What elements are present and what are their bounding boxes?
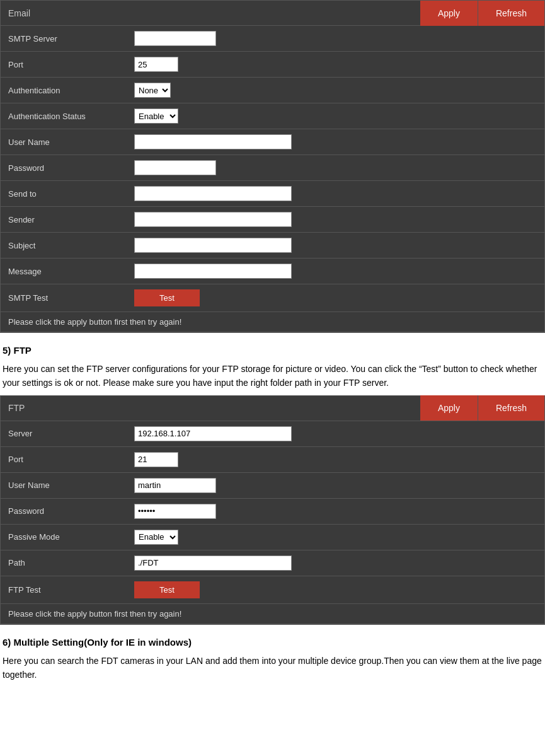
email-username-label: User Name bbox=[1, 129, 127, 155]
smtp-server-input[interactable] bbox=[134, 31, 216, 46]
table-row: User Name bbox=[1, 129, 544, 155]
ftp-test-label: FTP Test bbox=[1, 576, 127, 603]
table-row: Path bbox=[1, 550, 544, 576]
ftp-password-input[interactable] bbox=[134, 504, 216, 519]
table-row: SMTP Server bbox=[1, 26, 544, 52]
email-hint-text: Please click the apply button first then… bbox=[1, 312, 544, 332]
table-row: Passive Mode Enable Disable bbox=[1, 524, 544, 550]
port-label: Port bbox=[1, 52, 127, 78]
ftp-form-table: Server Port User Name Password bbox=[1, 421, 544, 624]
table-row: Password bbox=[1, 498, 544, 524]
authentication-select-group: None bbox=[134, 83, 537, 98]
message-label: Message bbox=[1, 259, 127, 284]
sender-input[interactable] bbox=[134, 212, 292, 227]
table-row: Port bbox=[1, 446, 544, 472]
subject-label: Subject bbox=[1, 233, 127, 259]
email-apply-button[interactable]: Apply bbox=[420, 1, 478, 26]
table-row: Server bbox=[1, 421, 544, 447]
table-row: Message bbox=[1, 259, 544, 284]
ftp-panel-title: FTP bbox=[1, 403, 420, 413]
send-to-label: Send to bbox=[1, 181, 127, 207]
ftp-port-label: Port bbox=[1, 446, 127, 472]
ftp-hint-row: Please click the apply button first then… bbox=[1, 603, 544, 624]
email-hint-row: Please click the apply button first then… bbox=[1, 312, 544, 332]
table-row: User Name bbox=[1, 472, 544, 498]
multiple-section-text: 6) Multiple Setting(Only for IE in windo… bbox=[0, 625, 545, 687]
email-password-label: Password bbox=[1, 155, 127, 181]
passive-mode-select-group: Enable Disable bbox=[134, 530, 537, 545]
ftp-path-label: Path bbox=[1, 550, 127, 576]
table-row: Authentication None bbox=[1, 78, 544, 103]
authentication-status-label: Authentication Status bbox=[1, 103, 127, 129]
ftp-section-text: 5) FTP Here you can set the FTP server c… bbox=[0, 333, 545, 395]
email-username-input[interactable] bbox=[134, 134, 292, 149]
auth-status-select-group: Enable Disable bbox=[134, 108, 537, 124]
table-row: FTP Test Test bbox=[1, 576, 544, 603]
smtp-test-label: SMTP Test bbox=[1, 284, 127, 312]
ftp-hint-text: Please click the apply button first then… bbox=[1, 603, 544, 624]
auth-status-select[interactable]: Enable Disable bbox=[134, 108, 178, 124]
send-to-input[interactable] bbox=[134, 186, 292, 201]
table-row: SMTP Test Test bbox=[1, 284, 544, 312]
table-row: Send to bbox=[1, 181, 544, 207]
email-panel-header: Email Apply Refresh bbox=[1, 1, 544, 26]
authentication-select[interactable]: None bbox=[134, 83, 171, 98]
smtp-server-label: SMTP Server bbox=[1, 26, 127, 52]
multiple-section-heading: 6) Multiple Setting(Only for IE in windo… bbox=[3, 635, 542, 650]
message-input[interactable] bbox=[134, 264, 292, 279]
passive-mode-label: Passive Mode bbox=[1, 524, 127, 550]
ftp-username-label: User Name bbox=[1, 472, 127, 498]
ftp-server-label: Server bbox=[1, 421, 127, 447]
email-password-input[interactable] bbox=[134, 160, 216, 175]
ftp-test-button[interactable]: Test bbox=[134, 581, 200, 598]
port-input[interactable] bbox=[134, 57, 178, 72]
table-row: Password bbox=[1, 155, 544, 181]
ftp-username-input[interactable] bbox=[134, 478, 216, 493]
ftp-section-description: Here you can set the FTP server configur… bbox=[3, 364, 537, 388]
email-refresh-button[interactable]: Refresh bbox=[478, 1, 544, 26]
email-form-table: SMTP Server Port Authentication None bbox=[1, 26, 544, 332]
subject-input[interactable] bbox=[134, 238, 292, 253]
table-row: Authentication Status Enable Disable bbox=[1, 103, 544, 129]
ftp-panel-header: FTP Apply Refresh bbox=[1, 396, 544, 421]
authentication-label: Authentication bbox=[1, 78, 127, 103]
table-row: Port bbox=[1, 52, 544, 78]
ftp-panel: FTP Apply Refresh Server Port User Name bbox=[0, 395, 545, 625]
ftp-password-label: Password bbox=[1, 498, 127, 524]
sender-label: Sender bbox=[1, 207, 127, 233]
table-row: Subject bbox=[1, 233, 544, 259]
email-panel-title: Email bbox=[1, 8, 420, 18]
table-row: Sender bbox=[1, 207, 544, 233]
ftp-section-heading: 5) FTP bbox=[3, 343, 542, 358]
smtp-test-button[interactable]: Test bbox=[134, 289, 200, 306]
ftp-refresh-button[interactable]: Refresh bbox=[478, 395, 544, 421]
ftp-port-input[interactable] bbox=[134, 452, 178, 467]
ftp-apply-button[interactable]: Apply bbox=[420, 395, 478, 421]
multiple-section-description: Here you can search the FDT cameras in y… bbox=[3, 656, 542, 680]
email-panel: Email Apply Refresh SMTP Server Port Aut… bbox=[0, 0, 545, 333]
ftp-path-input[interactable] bbox=[134, 555, 292, 571]
passive-mode-select[interactable]: Enable Disable bbox=[134, 530, 178, 545]
ftp-server-input[interactable] bbox=[134, 426, 292, 441]
